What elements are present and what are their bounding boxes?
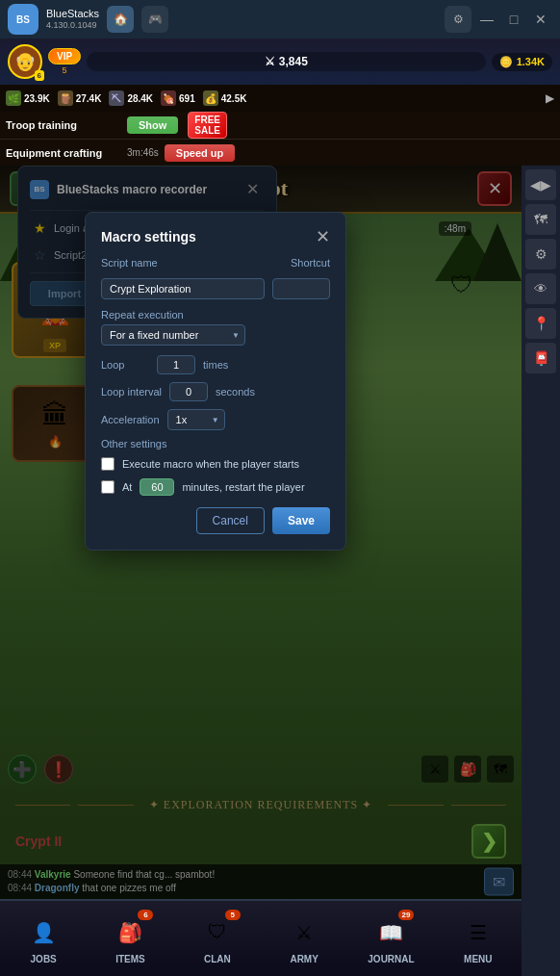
interval-label: Loop interval — [101, 386, 162, 398]
nav-menu[interactable]: ☰ MENU — [435, 901, 522, 976]
clan-badge: 5 — [225, 910, 241, 920]
equipment-crafting-row: Equipment crafting 3m:46s Speed up — [0, 139, 560, 166]
accel-select[interactable]: 1x — [167, 409, 225, 430]
window-controls: ⚙ — □ ✕ — [445, 6, 552, 33]
minimize-button[interactable]: — — [475, 8, 498, 31]
menu-icon-bg: ☰ — [459, 913, 497, 952]
checkbox-row-1: Execute macro when the player starts — [101, 457, 330, 471]
resources-expand-arrow[interactable]: ▶ — [546, 91, 554, 105]
res5-value: 42.5K — [221, 93, 247, 104]
show-button[interactable]: Show — [127, 116, 178, 134]
free-sale-text: FREESALE — [188, 112, 227, 139]
jobs-label: JOBS — [31, 954, 57, 964]
res3-value: 28.4K — [127, 93, 153, 104]
dialog-close-button[interactable]: ✕ — [316, 228, 330, 245]
res2[interactable]: 🪵 27.4K — [58, 90, 102, 106]
jobs-icon: 👤 — [32, 921, 56, 944]
secondary-gold-value: 1.34K — [517, 56, 545, 67]
close-button[interactable]: ✕ — [529, 8, 552, 31]
nav-items[interactable]: 🎒 6 ITEMS — [87, 901, 173, 976]
avatar-area[interactable]: 👴 6 — [8, 44, 42, 79]
side-panel: ◀▶ 🗺 ⚙ 👁 📍 📮 — [522, 166, 560, 976]
nav-clan[interactable]: 🛡 5 CLAN — [174, 901, 261, 976]
bottom-nav: 👤 JOBS 🎒 6 ITEMS 🛡 5 CLAN ⚔ — [0, 899, 522, 976]
progress-area: Troop training Show FREESALE Equipment c… — [0, 112, 560, 166]
secondary-gold[interactable]: 🪙 1.34K — [492, 53, 552, 71]
loop-label: Loop — [101, 359, 149, 371]
nav-jobs[interactable]: 👤 JOBS — [0, 901, 87, 976]
res1[interactable]: 🌿 23.9K — [6, 90, 50, 106]
settings-icon[interactable]: ⚙ — [445, 6, 471, 33]
home-icon[interactable]: 🏠 — [107, 6, 134, 33]
vip-area[interactable]: VIP 5 — [48, 48, 81, 75]
interval-row: Loop interval seconds — [101, 382, 330, 401]
loop-input[interactable] — [157, 355, 195, 374]
save-button[interactable]: Save — [272, 507, 330, 534]
crafting-timer: 3m:46s — [127, 147, 159, 158]
script-name-input[interactable] — [101, 278, 265, 299]
army-label: ARMY — [290, 954, 318, 964]
items-badge: 6 — [138, 910, 153, 920]
res5[interactable]: 💰 42.5K — [203, 90, 247, 106]
repeat-select[interactable]: For a fixed number — [101, 324, 245, 346]
items-icon: 🎒 — [118, 921, 142, 944]
journal-label: JOURNAL — [368, 954, 414, 964]
resource-bar2: 🌿 23.9K 🪵 27.4K ⛏ 28.4K 🍖 691 💰 42.5K ▶ — [0, 85, 560, 112]
repeat-section: Repeat execution For a fixed number — [101, 309, 330, 346]
dialog-title: Macro settings — [101, 229, 196, 244]
app-name: BlueStacks — [46, 8, 99, 20]
res4[interactable]: 🍖 691 — [161, 90, 195, 106]
minutes-input[interactable] — [140, 478, 174, 496]
resource-bar: 👴 6 VIP 5 ⚔ 3,845 🪙 1.34K — [0, 39, 560, 85]
side-map-icon[interactable]: 🗺 — [525, 204, 556, 235]
speed-up-button[interactable]: Speed up — [165, 144, 236, 162]
shortcut-input[interactable] — [272, 278, 330, 299]
repeat-select-wrapper: For a fixed number — [101, 324, 245, 346]
side-settings-icon[interactable]: ⚙ — [525, 239, 556, 270]
loop-unit: times — [203, 359, 228, 371]
other-settings-label: Other settings — [101, 438, 330, 449]
nav-journal[interactable]: 📖 29 JOURNAL — [347, 901, 434, 976]
res1-value: 23.9K — [24, 93, 50, 104]
title-bar-title: BlueStacks 4.130.0.1049 — [46, 8, 99, 31]
free-sale-badge[interactable]: FREESALE — [188, 112, 227, 139]
res4-value: 691 — [179, 93, 195, 104]
dialog-header: Macro settings ✕ — [101, 228, 330, 245]
cancel-button[interactable]: Cancel — [196, 507, 265, 534]
equipment-crafting-label: Equipment crafting — [6, 147, 121, 159]
army-icon-bg: ⚔ — [285, 913, 323, 952]
army-icon: ⚔ — [295, 921, 313, 944]
maximize-button[interactable]: □ — [502, 8, 525, 31]
side-location-icon[interactable]: 📍 — [525, 308, 556, 339]
title-bar: BS BlueStacks 4.130.0.1049 🏠 🎮 ⚙ — □ ✕ — [0, 0, 560, 39]
gold-value: 3,845 — [279, 55, 308, 68]
journal-icon: 📖 — [379, 921, 403, 944]
coin-icon: 🪙 — [499, 56, 513, 68]
script-name-row: Script name Shortcut — [101, 257, 330, 269]
res3[interactable]: ⛏ 28.4K — [109, 90, 153, 106]
execute-on-start-checkbox[interactable] — [101, 457, 115, 471]
nav-army[interactable]: ⚔ ARMY — [261, 901, 347, 976]
menu-icon: ☰ — [470, 921, 487, 944]
menu-label: MENU — [464, 954, 492, 964]
at-label: At — [122, 481, 132, 493]
clan-icon-bg: 🛡 5 — [198, 913, 237, 952]
other-settings-section: Other settings Execute macro when the pl… — [101, 438, 330, 496]
gold-resource[interactable]: ⚔ 3,845 — [87, 52, 486, 71]
bluestacks-logo: BS — [8, 4, 38, 35]
side-mail-icon[interactable]: 📮 — [525, 343, 556, 373]
side-eye-icon[interactable]: 👁 — [525, 273, 556, 304]
journal-icon-bg: 📖 29 — [371, 913, 410, 952]
level-badge: 6 — [35, 70, 44, 81]
restart-player-checkbox[interactable] — [101, 480, 115, 494]
journal-badge: 29 — [398, 910, 415, 920]
interval-input[interactable] — [169, 382, 208, 401]
script-name-label: Script name — [101, 257, 188, 269]
troop-training-label: Troop training — [6, 119, 121, 131]
acceleration-label: Acceleration — [101, 414, 160, 425]
app-version: 4.130.0.1049 — [46, 20, 99, 31]
vip-level: 5 — [63, 65, 67, 75]
side-expand-icon[interactable]: ◀▶ — [525, 169, 556, 200]
acceleration-row: Acceleration 1x — [101, 409, 330, 430]
app-switcher-icon[interactable]: 🎮 — [141, 6, 168, 33]
